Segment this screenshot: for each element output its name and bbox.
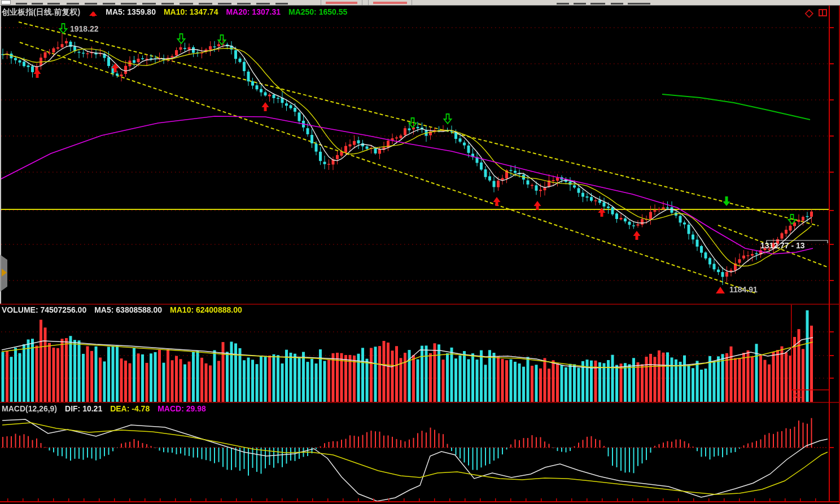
macd-name: MACD(12,26,9) (2, 404, 57, 413)
menubar-fragment (199, 3, 212, 5)
price-range-label: 1312.77 - 13 (760, 241, 827, 250)
volume-scale-label: X1 (793, 391, 802, 400)
app-window-icon (1, 0, 11, 5)
dea-value: DEA: -4.78 (110, 404, 150, 413)
sidebar-expand-handle[interactable] (0, 255, 7, 292)
toolbar-quote-button[interactable] (368, 0, 412, 5)
menubar-fragment (557, 3, 569, 5)
low-price-label: 1184.91 (729, 285, 758, 294)
menubar-fragment (32, 3, 43, 5)
menubar-fragment (611, 3, 623, 5)
split-window-icon[interactable] (819, 9, 827, 16)
menubar-fragment (275, 3, 288, 5)
menubar-fragment (590, 3, 605, 5)
ma5-value: MA5: 1359.80 (106, 7, 156, 16)
menubar-fragment (218, 3, 231, 5)
menubar-fragment (574, 3, 586, 5)
menubar-fragment (161, 3, 174, 5)
volume-pane-header: VOLUME: 74507256.00MA5: 63808588.00MA10:… (2, 305, 250, 314)
symbol-title: 创业板指(日线.前复权) (2, 7, 80, 16)
menubar-fragment (180, 3, 193, 5)
menubar-fragment (628, 3, 650, 5)
volume-value: VOLUME: 74507256.00 (2, 305, 86, 314)
dif-value: DIF: 10.21 (65, 404, 102, 413)
menubar-fragment (103, 3, 115, 5)
top-menubar[interactable] (0, 0, 840, 6)
ma10-value: MA10: 1347.74 (164, 7, 218, 16)
peak-price-label: 1918.22 (70, 24, 99, 33)
diamond-tool-icon[interactable]: ◇ (805, 7, 813, 18)
volume-ma10-value: MA10: 62400888.00 (170, 305, 242, 314)
ma20-value: MA20: 1307.31 (226, 7, 281, 16)
menubar-fragment (237, 3, 251, 5)
up-arrow-icon (89, 7, 98, 16)
macd-value: MACD: 29.98 (158, 404, 206, 413)
trading-app-window: 创业板指(日线.前复权)MA5: 1359.80MA10: 1347.74MA2… (0, 0, 840, 504)
menubar-fragment (47, 3, 60, 5)
menubar-fragment (121, 3, 137, 5)
menubar-fragment (67, 3, 79, 5)
chart-canvas[interactable] (0, 0, 840, 504)
menubar-fragment (85, 3, 97, 5)
expand-arrow-icon (2, 269, 7, 277)
toolbar-quote-button[interactable] (321, 0, 362, 5)
menubar-fragment (16, 3, 27, 5)
main-chart-header: 创业板指(日线.前复权)MA5: 1359.80MA10: 1347.74MA2… (2, 7, 355, 17)
menubar-fragment (256, 3, 270, 5)
ma250-value: MA250: 1650.55 (288, 7, 347, 16)
menubar-fragment (142, 3, 156, 5)
macd-pane-header: MACD(12,26,9)DIF: 10.21DEA: -4.78MACD: 2… (2, 404, 214, 413)
volume-ma5-value: MA5: 63808588.00 (94, 305, 162, 314)
